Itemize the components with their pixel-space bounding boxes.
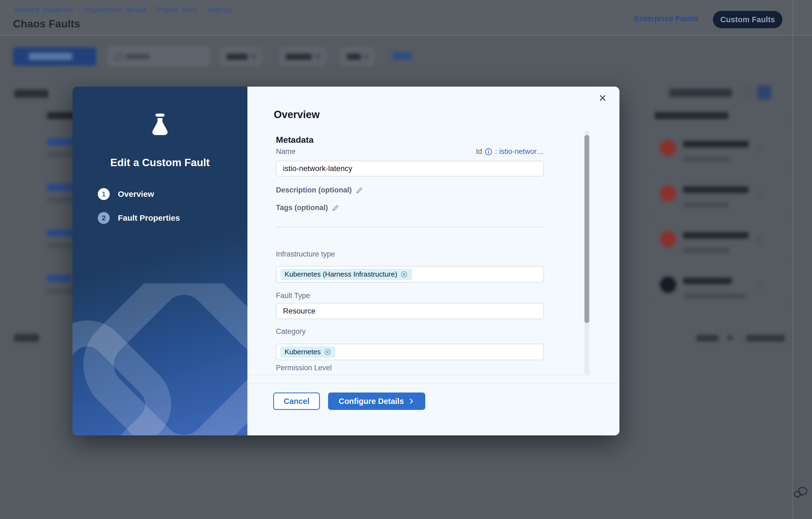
modified-time-blur xyxy=(683,248,729,253)
chevron-right-icon[interactable]: › xyxy=(758,188,761,200)
tags-filter-dropdown[interactable] xyxy=(341,47,374,66)
chip-label: Kubernetes xyxy=(285,348,321,356)
chevron-down-icon xyxy=(252,55,256,58)
scrollbar-gutter-divider xyxy=(792,0,793,519)
chevron-right-icon: › xyxy=(78,6,80,14)
fault-id-link[interactable]: : istio-networ… xyxy=(495,147,544,156)
wizard-sidebar: Edit a Custom Fault 1 Overview 2 Fault P… xyxy=(72,87,248,435)
enterprise-faults-link[interactable]: Enterprise Faults xyxy=(634,14,698,23)
breadcrumb: Account: chaos-dev › Organization: defau… xyxy=(14,6,232,14)
filter-button[interactable] xyxy=(757,86,771,100)
avatar xyxy=(660,231,676,247)
name-label: Name xyxy=(276,147,295,156)
dropdown-label-blur xyxy=(286,54,312,60)
configure-details-label: Configure Details xyxy=(339,397,404,406)
category-filter-dropdown[interactable] xyxy=(221,47,261,66)
breadcrumb-project[interactable]: Project: demo xyxy=(156,6,198,14)
search-input[interactable] xyxy=(108,47,209,66)
avatar xyxy=(660,140,676,156)
breadcrumb-organization[interactable]: Organization: default xyxy=(84,6,146,14)
close-icon[interactable]: × xyxy=(599,91,606,104)
avatar xyxy=(660,277,676,293)
help-chat-button[interactable] xyxy=(793,486,808,500)
custom-faults-button[interactable]: Custom Faults xyxy=(713,11,782,28)
fault-id-row: Id : istio-networ… xyxy=(476,147,544,156)
scrollbar-thumb[interactable] xyxy=(584,135,589,323)
modified-by-blur xyxy=(683,232,749,239)
search-by-filter-blur[interactable] xyxy=(669,89,732,97)
wizard-step-fault-properties[interactable]: 2 Fault Properties xyxy=(98,212,180,224)
id-label: Id xyxy=(476,147,482,156)
modified-time-blur xyxy=(683,294,746,299)
wizard-step-overview[interactable]: 1 Overview xyxy=(98,188,154,200)
page-title: Chaos Faults xyxy=(13,18,80,30)
fault-type-filter-dropdown[interactable] xyxy=(280,47,325,66)
avatar xyxy=(660,185,676,202)
modal-scrollbar[interactable] xyxy=(584,130,589,375)
page-header: Account: chaos-dev › Organization: defau… xyxy=(0,0,812,36)
page-range-blur xyxy=(746,335,785,341)
fault-type-input[interactable] xyxy=(276,303,544,319)
description-label-row: Description (optional) xyxy=(276,186,363,194)
panel-heading: Overview xyxy=(274,109,320,121)
section-divider xyxy=(276,227,544,227)
info-icon xyxy=(485,148,492,156)
search-icon xyxy=(115,53,123,61)
name-input[interactable] xyxy=(276,161,544,177)
flask-icon xyxy=(146,112,174,140)
step-label: Overview xyxy=(118,189,154,199)
search-placeholder-blur xyxy=(125,54,150,59)
chip-label: Kubernetes (Harness Infrastructure) xyxy=(285,270,397,278)
overview-panel: × Overview Metadata Name Id : istio-netw… xyxy=(248,87,619,435)
new-fault-button[interactable] xyxy=(13,47,96,66)
description-label: Description (optional) xyxy=(276,186,352,194)
edit-custom-fault-modal: Edit a Custom Fault 1 Overview 2 Fault P… xyxy=(72,87,619,435)
column-header-last-modified[interactable] xyxy=(655,112,728,119)
infrastructure-type-input[interactable]: Kubernetes (Harness Infrastructure) xyxy=(276,266,544,282)
step-number: 2 xyxy=(98,212,110,224)
category-input[interactable]: Kubernetes xyxy=(276,344,544,360)
dropdown-label-blur xyxy=(347,54,361,60)
breadcrumb-settings[interactable]: Settings xyxy=(208,6,232,14)
page-size-value-blur xyxy=(727,336,733,340)
pagination-total-blur xyxy=(14,334,39,342)
tags-label: Tags (optional) xyxy=(276,204,328,212)
step-label: Fault Properties xyxy=(118,213,180,222)
chevron-right-icon[interactable]: › xyxy=(758,142,761,154)
metadata-heading: Metadata xyxy=(276,135,314,145)
chevron-right-icon: › xyxy=(150,6,152,14)
footer-divider xyxy=(248,383,619,384)
modified-by-blur xyxy=(683,278,732,284)
chat-bubbles-icon xyxy=(793,486,808,499)
chevron-right-icon[interactable]: › xyxy=(758,233,761,245)
infrastructure-chip: Kubernetes (Harness Infrastructure) xyxy=(280,269,412,280)
wizard-title: Edit a Custom Fault xyxy=(72,157,248,169)
pencil-icon[interactable] xyxy=(331,204,339,212)
tags-label-row: Tags (optional) xyxy=(276,204,339,212)
circle-x-icon[interactable] xyxy=(324,348,331,356)
breadcrumb-account[interactable]: Account: chaos-dev xyxy=(14,6,74,14)
modified-time-blur xyxy=(683,202,729,208)
category-label: Category xyxy=(276,327,306,336)
pencil-icon[interactable] xyxy=(355,186,363,194)
page-size-select[interactable] xyxy=(725,332,737,344)
chaos-faults-page: Account: chaos-dev › Organization: defau… xyxy=(0,0,812,519)
reset-filters-link[interactable] xyxy=(392,52,412,59)
fault-name-link-blur xyxy=(47,275,72,282)
step-number: 1 xyxy=(98,188,110,200)
fault-type-label: Fault Type xyxy=(276,292,310,300)
total-count-blur xyxy=(14,90,48,98)
chevron-right-icon xyxy=(408,398,415,404)
configure-details-button[interactable]: Configure Details xyxy=(328,393,425,410)
refresh-icon[interactable] xyxy=(740,87,752,99)
permission-level-label: Permission Level xyxy=(276,364,332,372)
modified-time-blur xyxy=(683,157,729,162)
circle-x-icon[interactable] xyxy=(401,271,408,278)
chevron-down-icon xyxy=(316,55,320,58)
category-chip: Kubernetes xyxy=(280,346,336,358)
scroll-area-divider xyxy=(248,375,590,375)
modified-by-blur xyxy=(683,141,749,147)
rows-per-page-label-blur xyxy=(697,335,718,341)
chevron-right-icon[interactable]: › xyxy=(758,279,761,291)
cancel-button[interactable]: Cancel xyxy=(273,393,320,410)
